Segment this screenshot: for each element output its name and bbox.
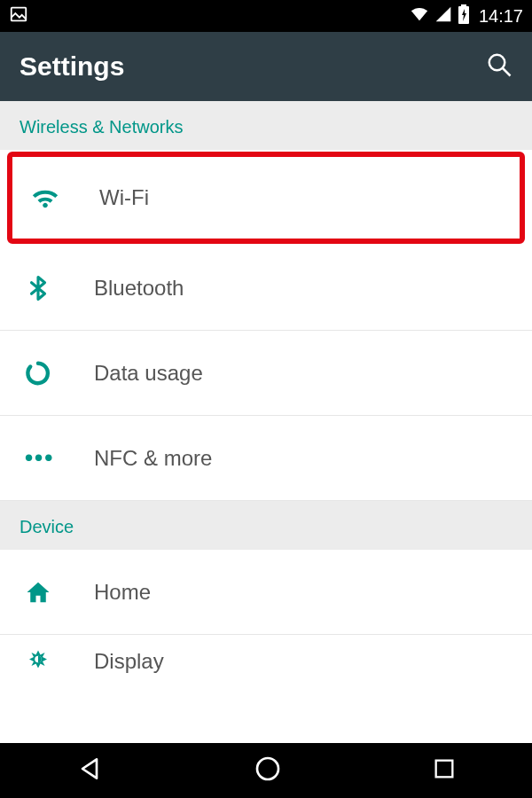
page-title: Settings	[20, 51, 124, 82]
picture-icon	[9, 4, 28, 27]
svg-line-4	[503, 68, 511, 76]
settings-item-wifi[interactable]: Wi-Fi	[7, 152, 525, 244]
settings-item-label: Bluetooth	[94, 276, 184, 301]
svg-rect-7	[436, 761, 453, 778]
home-button[interactable]	[254, 755, 282, 786]
settings-item-nfc-more[interactable]: ••• NFC & more	[0, 416, 532, 501]
settings-item-label: NFC & more	[94, 446, 212, 471]
settings-item-label: Home	[94, 580, 151, 605]
battery-charging-icon	[458, 4, 470, 27]
settings-item-label: Display	[94, 649, 164, 674]
svg-point-3	[489, 55, 505, 71]
settings-item-bluetooth[interactable]: Bluetooth	[0, 246, 532, 331]
signal-icon	[434, 5, 452, 27]
display-icon	[25, 648, 69, 675]
section-header-device: Device	[0, 501, 532, 550]
back-button[interactable]	[75, 755, 104, 786]
bluetooth-icon	[25, 275, 69, 301]
settings-item-label: Data usage	[94, 361, 203, 386]
svg-rect-2	[461, 4, 466, 6]
more-icon: •••	[25, 444, 69, 472]
wifi-status-icon	[410, 4, 429, 27]
wifi-icon	[30, 183, 74, 213]
data-usage-icon	[25, 360, 69, 387]
app-bar: Settings	[0, 32, 532, 101]
status-time: 14:17	[479, 6, 523, 27]
settings-item-data-usage[interactable]: Data usage	[0, 331, 532, 416]
section-header-wireless: Wireless & Networks	[0, 101, 532, 150]
svg-point-6	[257, 758, 278, 779]
status-bar: 14:17	[0, 0, 532, 32]
recent-apps-button[interactable]	[432, 756, 457, 785]
home-icon	[25, 579, 69, 606]
settings-item-label: Wi-Fi	[99, 185, 149, 210]
search-icon[interactable]	[486, 51, 512, 82]
settings-item-display[interactable]: Display	[0, 635, 532, 688]
settings-item-home[interactable]: Home	[0, 550, 532, 635]
navigation-bar	[0, 743, 532, 798]
settings-list[interactable]: Wireless & Networks Wi-Fi Bluetooth Data…	[0, 101, 532, 688]
